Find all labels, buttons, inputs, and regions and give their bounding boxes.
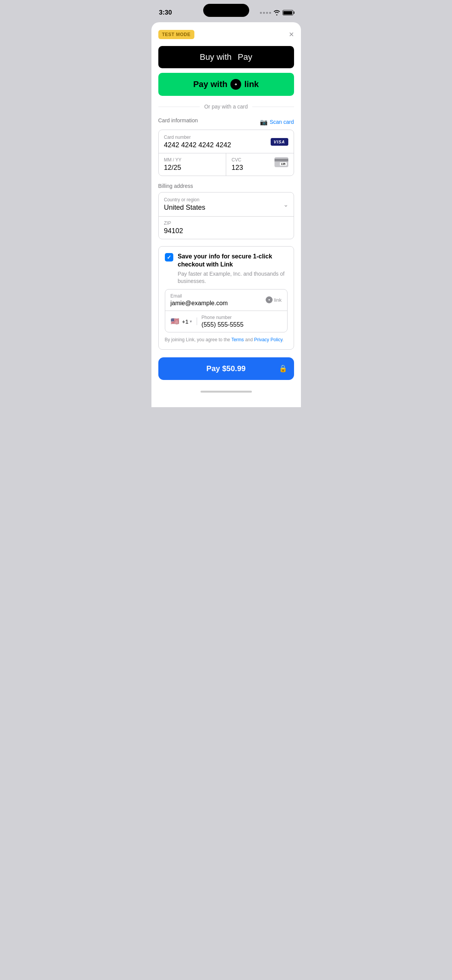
phone-value[interactable]: (555) 555-5555 xyxy=(202,321,282,328)
link-save-box: ✓ Save your info for secure 1-click chec… xyxy=(158,246,294,350)
card-info-box: Card number 4242 4242 4242 4242 VISA MM … xyxy=(158,130,294,176)
country-label: Country or region xyxy=(164,197,283,202)
country-row[interactable]: Country or region United States ⌄ xyxy=(159,192,294,217)
link-fields-box: Email jamie@example.com link 🇺🇸 xyxy=(165,289,288,332)
card-number-label: Card number xyxy=(164,135,271,140)
billing-box: Country or region United States ⌄ ZIP 94… xyxy=(158,192,294,239)
country-inner: Country or region United States xyxy=(164,197,283,212)
expiry-label: MM / YY xyxy=(164,157,221,163)
phone-separator xyxy=(197,317,197,325)
cvc-card-icon: 135 xyxy=(274,157,288,167)
close-button[interactable]: × xyxy=(289,30,294,39)
cvc-value[interactable]: 123 xyxy=(232,164,274,172)
card-bottom-row: MM / YY 12/25 CVC 123 135 xyxy=(159,153,294,176)
phone-frame: 3:30 TEST MODE × xyxy=(151,0,301,407)
cvc-label: CVC xyxy=(232,157,274,163)
pay-with-link-button[interactable]: Pay with link xyxy=(158,73,294,96)
email-label: Email xyxy=(171,293,266,299)
link-small-circle-icon xyxy=(266,296,273,303)
chevron-down-icon: ⌄ xyxy=(283,201,288,208)
terms-prefix: By joining Link, you agree to the xyxy=(165,337,232,342)
link-pay-suffix: link xyxy=(244,79,259,89)
terms-link[interactable]: Terms xyxy=(231,337,244,342)
divider-text: Or pay with a card xyxy=(204,104,248,110)
card-section-header: Card information 📷 Scan card xyxy=(158,117,294,127)
phone-label: Phone number xyxy=(202,315,282,320)
status-bar: 3:30 xyxy=(151,0,301,21)
lock-icon: 🔒 xyxy=(279,364,287,373)
privacy-policy-link[interactable]: Privacy Policy xyxy=(254,337,283,342)
dot1 xyxy=(260,12,262,14)
country-code-chevron-icon: ▾ xyxy=(190,319,192,324)
cvc-field: CVC 123 135 xyxy=(226,153,294,176)
phone-row: 🇺🇸 +1 ▾ Phone number (555) 555-5555 xyxy=(165,311,287,332)
divider-right xyxy=(252,107,294,107)
pay-button-label: Pay $50.99 xyxy=(206,364,245,373)
checkbox-row: ✓ Save your info for secure 1-click chec… xyxy=(165,253,288,285)
email-inner: Email jamie@example.com xyxy=(171,293,266,307)
email-row: Email jamie@example.com link xyxy=(165,289,287,311)
apple-pay-buy-label: Buy with xyxy=(200,52,232,62)
home-indicator xyxy=(158,388,294,396)
divider-row: Or pay with a card xyxy=(158,104,294,110)
expiry-value[interactable]: 12/25 xyxy=(164,164,221,172)
expiry-field: MM / YY 12/25 xyxy=(159,153,227,176)
cvc-card-number: 135 xyxy=(280,162,287,166)
link-logo-small: link xyxy=(266,296,282,303)
country-code-value: +1 xyxy=(182,318,189,325)
modal-header: TEST MODE × xyxy=(158,30,294,39)
email-value[interactable]: jamie@example.com xyxy=(171,300,266,307)
divider-left xyxy=(158,107,200,107)
terms-period: . xyxy=(283,337,284,342)
scan-card-label: Scan card xyxy=(270,119,294,125)
link-pay-prefix: Pay with xyxy=(193,79,227,89)
dot3 xyxy=(266,12,268,14)
checkbox-check-icon: ✓ xyxy=(167,254,171,260)
zip-row: ZIP 94102 xyxy=(159,217,294,239)
save-info-subtitle: Pay faster at Example, Inc. and thousand… xyxy=(178,270,288,285)
card-number-row: Card number 4242 4242 4242 4242 VISA xyxy=(159,130,294,153)
status-time: 3:30 xyxy=(159,9,172,16)
link-logo-text: link xyxy=(274,297,282,303)
signal-dots xyxy=(260,12,271,14)
terms-and: and xyxy=(244,337,254,342)
cvc-inner: CVC 123 xyxy=(232,157,274,172)
wifi-icon xyxy=(273,10,280,15)
country-code[interactable]: +1 ▾ xyxy=(182,318,192,325)
battery-fill xyxy=(283,11,292,15)
visa-badge: VISA xyxy=(271,138,288,146)
save-info-text-block: Save your info for secure 1-click checko… xyxy=(178,253,288,285)
pay-button[interactable]: Pay $50.99 🔒 xyxy=(158,357,294,380)
status-icons xyxy=(260,10,293,15)
flag-icon: 🇺🇸 xyxy=(171,317,179,326)
scan-card-button[interactable]: 📷 Scan card xyxy=(260,118,294,126)
modal-sheet: TEST MODE × Buy with Pay Pay with link O… xyxy=(151,22,301,407)
test-mode-badge: TEST MODE xyxy=(158,30,195,39)
link-circle-icon xyxy=(230,79,241,90)
apple-pay-pay-label: Pay xyxy=(238,52,252,62)
apple-pay-button[interactable]: Buy with Pay xyxy=(158,46,294,68)
camera-icon: 📷 xyxy=(260,118,268,126)
link-terms: By joining Link, you agree to the Terms … xyxy=(165,336,288,343)
status-pill xyxy=(203,4,249,17)
battery-icon xyxy=(283,10,293,15)
card-number-inner: Card number 4242 4242 4242 4242 xyxy=(164,135,271,149)
save-info-checkbox[interactable]: ✓ xyxy=(165,253,173,261)
dot2 xyxy=(263,12,265,14)
zip-value[interactable]: 94102 xyxy=(164,227,288,235)
zip-label: ZIP xyxy=(164,220,288,226)
card-number-value[interactable]: 4242 4242 4242 4242 xyxy=(164,141,271,149)
card-info-label: Card information xyxy=(158,117,198,123)
billing-address-label: Billing address xyxy=(158,183,294,189)
dot4 xyxy=(269,12,271,14)
country-value: United States xyxy=(164,204,283,212)
home-bar xyxy=(201,391,252,393)
phone-field-inner: Phone number (555) 555-5555 xyxy=(202,315,282,328)
save-info-title: Save your info for secure 1-click checko… xyxy=(178,253,288,269)
